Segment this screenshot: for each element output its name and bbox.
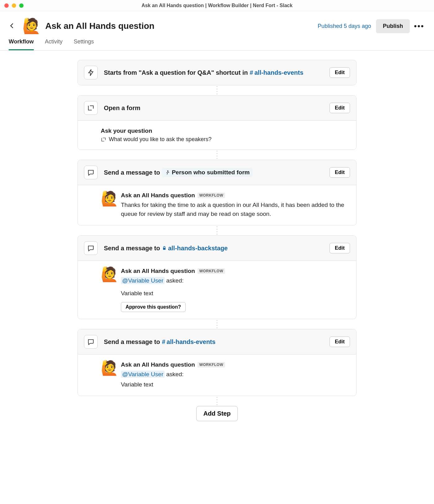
traffic-lights <box>0 3 24 8</box>
edit-message-events-button[interactable]: Edit <box>330 337 350 347</box>
tab-settings[interactable]: Settings <box>74 38 94 50</box>
message-app-name: Ask an All Hands question <box>121 192 195 199</box>
add-step-button[interactable]: Add Step <box>196 406 238 421</box>
form-icon <box>84 101 98 115</box>
minimize-window-icon[interactable] <box>12 3 16 8</box>
page-header: 🙋 Ask an All Hands question Published 5 … <box>0 11 434 33</box>
workflow-app-icon: 🙋 <box>101 267 118 281</box>
text-input-icon <box>101 137 106 142</box>
variable-text: Variable text <box>121 380 350 389</box>
lightning-icon <box>84 66 98 79</box>
message-events-title: Send a message to # all-hands-events <box>104 338 323 346</box>
edit-message-submitter-button[interactable]: Edit <box>330 167 350 178</box>
message-body: @Variable User asked: <box>121 276 350 285</box>
form-field-label: Ask your question <box>101 127 350 134</box>
step-trigger: Starts from "Ask a question for Q&A" sho… <box>78 60 356 85</box>
step-message-events: Send a message to # all-hands-events Edi… <box>78 329 356 396</box>
person-running-icon <box>165 170 170 175</box>
svg-rect-1 <box>163 248 166 250</box>
workflow-badge: WORKFLOW <box>197 362 225 368</box>
edit-message-backstage-button[interactable]: Edit <box>330 243 350 253</box>
step-connector <box>216 225 218 235</box>
tab-activity[interactable]: Activity <box>45 38 63 50</box>
trigger-prefix: Starts from "Ask a question for Q&A" sho… <box>104 69 248 76</box>
published-status[interactable]: Published 5 days ago <box>318 23 371 29</box>
lock-icon <box>162 246 167 251</box>
message-body: @Variable User asked: <box>121 370 350 379</box>
workflow-badge: WORKFLOW <box>197 268 225 274</box>
message-body-text: Thanks for taking the time to ask a ques… <box>121 201 350 218</box>
asked-suffix: asked: <box>166 371 184 377</box>
variable-user-mention[interactable]: @Variable User <box>121 371 165 378</box>
message-backstage-title: Send a message to all-hands-backstage <box>104 245 323 252</box>
window-titlebar: Ask an All Hands question | Workflow Bui… <box>0 0 434 11</box>
close-window-icon[interactable] <box>4 3 9 8</box>
step-open-form: Open a form Edit Ask your question What … <box>78 95 356 150</box>
window-title: Ask an All Hands question | Workflow Bui… <box>141 3 292 8</box>
step-connector <box>216 396 218 406</box>
trigger-title: Starts from "Ask a question for Q&A" sho… <box>104 69 323 76</box>
workflow-emoji-icon: 🙋 <box>22 19 41 33</box>
more-actions-button[interactable]: ••• <box>413 21 425 31</box>
variable-text: Variable text <box>121 289 350 298</box>
message-icon <box>84 335 98 349</box>
svg-point-0 <box>167 171 168 172</box>
zoom-window-icon[interactable] <box>19 3 24 8</box>
tabs: Workflow Activity Settings <box>0 33 434 51</box>
step-connector <box>216 85 218 95</box>
message-icon <box>84 166 98 179</box>
edit-form-button[interactable]: Edit <box>330 103 350 113</box>
channel-all-hands-events-2[interactable]: # all-hands-events <box>162 338 215 346</box>
message-app-name: Ask an All Hands question <box>121 361 195 368</box>
workflow-app-icon: 🙋 <box>101 361 118 375</box>
back-button[interactable] <box>9 22 16 30</box>
publish-button[interactable]: Publish <box>376 19 410 33</box>
hash-icon: # <box>162 338 165 346</box>
step-message-backstage: Send a message to all-hands-backstage Ed… <box>78 235 356 319</box>
workflow-canvas-scroll[interactable]: Starts from "Ask a question for Q&A" sho… <box>0 51 434 504</box>
message-icon <box>84 241 98 255</box>
approve-question-button[interactable]: Approve this question? <box>121 302 186 312</box>
step-connector <box>216 319 218 329</box>
step-connector <box>216 150 218 160</box>
step-message-submitter: Send a message to Person who submitted f… <box>78 160 356 225</box>
form-field-question: What would you like to ask the speakers? <box>101 136 350 143</box>
tab-workflow[interactable]: Workflow <box>9 38 34 50</box>
channel-all-hands-backstage[interactable]: all-hands-backstage <box>162 245 228 252</box>
channel-all-hands-events[interactable]: # all-hands-events <box>250 69 303 76</box>
workflow-title: Ask an All Hands question <box>45 21 318 31</box>
hash-icon: # <box>250 69 253 76</box>
message-app-name: Ask an All Hands question <box>121 268 195 274</box>
form-step-title: Open a form <box>104 105 323 112</box>
workflow-app-icon: 🙋 <box>101 191 118 206</box>
workflow-canvas: Starts from "Ask a question for Q&A" sho… <box>78 60 356 421</box>
edit-trigger-button[interactable]: Edit <box>330 67 350 78</box>
variable-user-mention[interactable]: @Variable User <box>121 277 165 284</box>
person-submitted-pill[interactable]: Person who submitted form <box>162 168 253 177</box>
message-submitter-title: Send a message to Person who submitted f… <box>104 168 323 177</box>
asked-suffix: asked: <box>166 277 184 284</box>
workflow-badge: WORKFLOW <box>197 193 225 198</box>
